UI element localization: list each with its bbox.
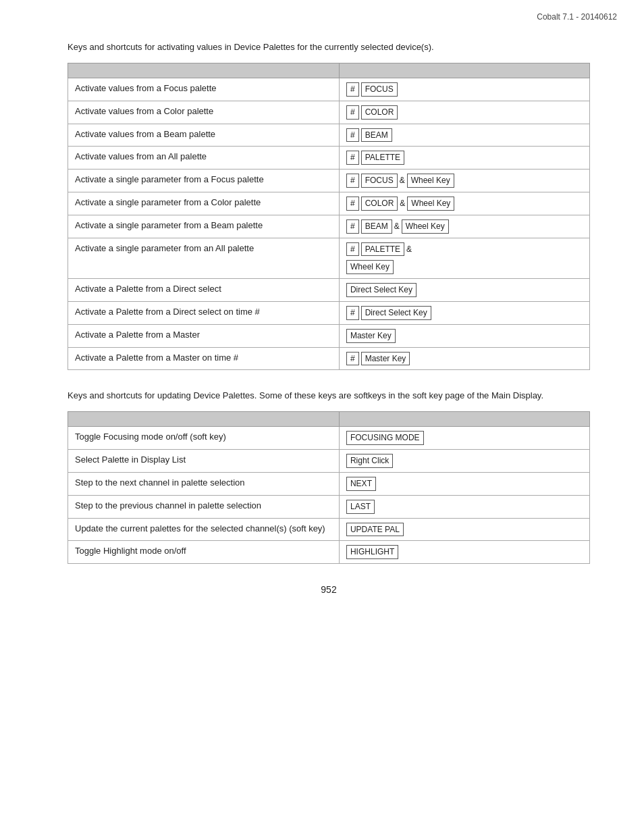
hash-key: # bbox=[346, 242, 359, 257]
keyboard-key: FOCUSING MODE bbox=[346, 431, 424, 445]
row-description: Activate a Palette from a Master bbox=[68, 324, 340, 347]
row-description: Step to the next channel in palette sele… bbox=[68, 472, 340, 495]
row-keys: #COLOR & Wheel Key bbox=[339, 192, 589, 215]
table-row: Activate a Palette from a Direct selectD… bbox=[68, 279, 590, 302]
table2-header-row bbox=[68, 412, 590, 427]
table-row: Activate a Palette from a MasterMaster K… bbox=[68, 324, 590, 347]
ampersand: & bbox=[400, 175, 405, 186]
table-row: Toggle Focusing mode on/off (soft key)FO… bbox=[68, 427, 590, 450]
keyboard-key: PALETTE bbox=[361, 242, 404, 257]
table2-col2-header bbox=[339, 412, 589, 427]
hash-key: # bbox=[346, 151, 359, 165]
keyboard-key: HIGHLIGHT bbox=[346, 545, 398, 559]
row-keys: LAST bbox=[339, 495, 589, 518]
keyboard-key: LAST bbox=[346, 500, 375, 514]
header-title: Cobalt 7.1 - 20140612 bbox=[537, 12, 617, 22]
table1-col2-header bbox=[339, 63, 589, 78]
row-keys: HIGHLIGHT bbox=[339, 541, 589, 564]
row-description: Activate a Palette from a Direct select bbox=[68, 279, 340, 302]
keyboard-key: Wheel Key bbox=[402, 219, 449, 234]
row-description: Activate values from a Focus palette bbox=[68, 78, 340, 101]
table-row: Select Palette in Display ListRight Clic… bbox=[68, 450, 590, 473]
keyboard-key: Direct Select Key bbox=[361, 306, 431, 320]
row-description: Activate a single parameter from a Focus… bbox=[68, 170, 340, 192]
row-keys: #PALETTE bbox=[339, 147, 589, 170]
keyboard-key: BEAM bbox=[361, 128, 392, 142]
row-description: Activate a single parameter from an All … bbox=[68, 238, 340, 279]
keyboard-key: PALETTE bbox=[361, 151, 404, 165]
row-description: Activate values from an All palette bbox=[68, 147, 340, 170]
table1-col1-header bbox=[68, 63, 340, 78]
keyboard-key: Master Key bbox=[346, 329, 396, 343]
row-keys: #PALETTE & Wheel Key bbox=[339, 238, 589, 279]
row-keys: #BEAM bbox=[339, 124, 589, 147]
keyboard-key: COLOR bbox=[361, 197, 398, 211]
row-keys: NEXT bbox=[339, 472, 589, 495]
keyboard-key: FOCUS bbox=[361, 174, 398, 188]
row-keys: #Direct Select Key bbox=[339, 301, 589, 324]
keyboard-key: Wheel Key bbox=[346, 260, 394, 274]
row-description: Step to the previous channel in palette … bbox=[68, 495, 340, 518]
ampersand: & bbox=[394, 221, 400, 232]
row-description: Activate values from a Beam palette bbox=[68, 124, 340, 147]
ampersand: & bbox=[406, 244, 412, 255]
row-keys: Master Key bbox=[339, 324, 589, 347]
table-row: Toggle Highlight mode on/offHIGHLIGHT bbox=[68, 541, 590, 564]
row-keys: #FOCUS & Wheel Key bbox=[339, 170, 589, 192]
hash-key: # bbox=[346, 219, 359, 234]
row-keys: Right Click bbox=[339, 450, 589, 473]
row-description: Update the current palettes for the sele… bbox=[68, 518, 340, 541]
row-keys: #FOCUS bbox=[339, 78, 589, 101]
row-description: Toggle Highlight mode on/off bbox=[68, 541, 340, 564]
table-row: Activate a single parameter from a Color… bbox=[68, 192, 590, 215]
hash-key: # bbox=[346, 174, 359, 188]
hash-key: # bbox=[346, 306, 359, 320]
section1-table: Activate values from a Focus palette#FOC… bbox=[68, 63, 590, 370]
keyboard-key: Direct Select Key bbox=[346, 283, 417, 297]
row-keys: #Master Key bbox=[339, 347, 589, 370]
keyboard-key: NEXT bbox=[346, 477, 376, 491]
keyboard-key: BEAM bbox=[361, 219, 392, 234]
row-keys: #COLOR bbox=[339, 101, 589, 124]
hash-key: # bbox=[346, 352, 359, 366]
table-row: Update the current palettes for the sele… bbox=[68, 518, 590, 541]
keyboard-key: FOCUS bbox=[361, 82, 398, 97]
row-description: Toggle Focusing mode on/off (soft key) bbox=[68, 427, 340, 450]
table-row: Activate a single parameter from an All … bbox=[68, 238, 590, 279]
table-row: Activate a Palette from a Direct select … bbox=[68, 301, 590, 324]
table-row: Step to the previous channel in palette … bbox=[68, 495, 590, 518]
row-description: Activate a single parameter from a Beam … bbox=[68, 215, 340, 238]
row-keys: #BEAM & Wheel Key bbox=[339, 215, 589, 238]
section2-intro: Keys and shortcuts for updating Device P… bbox=[68, 390, 590, 400]
keyboard-key: UPDATE PAL bbox=[346, 523, 404, 537]
hash-key: # bbox=[346, 197, 359, 211]
table-row: Activate values from a Color palette#COL… bbox=[68, 101, 590, 124]
table1-header-row bbox=[68, 63, 590, 78]
table-row: Activate values from a Focus palette#FOC… bbox=[68, 78, 590, 101]
table-row: Activate values from an All palette#PALE… bbox=[68, 147, 590, 170]
row-keys: FOCUSING MODE bbox=[339, 427, 589, 450]
hash-key: # bbox=[346, 128, 359, 142]
table-row: Activate a Palette from a Master on time… bbox=[68, 347, 590, 370]
keyboard-key: Master Key bbox=[361, 352, 410, 366]
table-row: Activate values from a Beam palette#BEAM bbox=[68, 124, 590, 147]
section1-intro: Keys and shortcuts for activating values… bbox=[68, 42, 590, 52]
table2-col1-header bbox=[68, 412, 340, 427]
table-row: Step to the next channel in palette sele… bbox=[68, 472, 590, 495]
keyboard-key: COLOR bbox=[361, 105, 398, 120]
row-description: Activate a Palette from a Direct select … bbox=[68, 301, 340, 324]
main-content: Keys and shortcuts for activating values… bbox=[0, 22, 644, 615]
keyboard-key: Wheel Key bbox=[407, 197, 454, 211]
row-description: Activate a single parameter from a Color… bbox=[68, 192, 340, 215]
row-description: Select Palette in Display List bbox=[68, 450, 340, 473]
row-description: Activate a Palette from a Master on time… bbox=[68, 347, 340, 370]
hash-key: # bbox=[346, 82, 359, 97]
row-keys: Direct Select Key bbox=[339, 279, 589, 302]
table-row: Activate a single parameter from a Beam … bbox=[68, 215, 590, 238]
row-description: Activate values from a Color palette bbox=[68, 101, 340, 124]
keyboard-key: Wheel Key bbox=[407, 174, 454, 188]
row-keys: UPDATE PAL bbox=[339, 518, 589, 541]
hash-key: # bbox=[346, 105, 359, 120]
page-number: 952 bbox=[68, 584, 590, 595]
section2-table: Toggle Focusing mode on/off (soft key)FO… bbox=[68, 411, 590, 564]
